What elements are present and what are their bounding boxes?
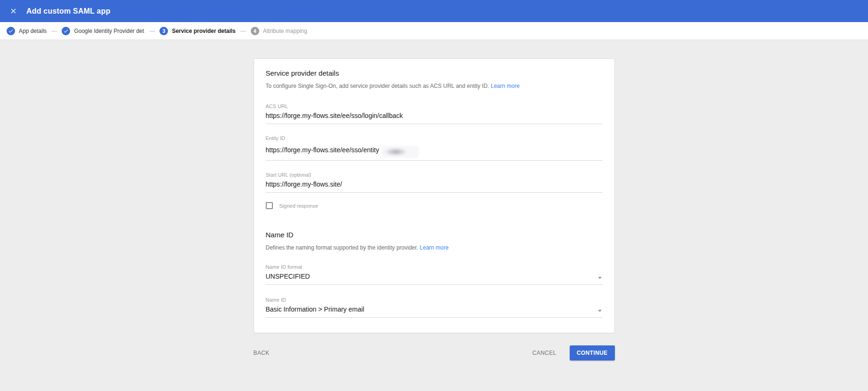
step-4-circle: 4 xyxy=(251,27,259,35)
signed-response-checkbox[interactable] xyxy=(266,202,273,209)
acs-url-value: https://forge.my-flows.site/ee/sso/login… xyxy=(266,112,403,119)
name-id-section-description: Defines the naming format supported by t… xyxy=(266,244,603,251)
step-google-idp-details[interactable]: Google Identity Provider details xyxy=(62,27,144,35)
step-3-label: Service provider details xyxy=(172,28,235,34)
name-id-select[interactable]: Basic Information > Primary email xyxy=(266,305,603,318)
cancel-button[interactable]: CANCEL xyxy=(533,346,557,360)
name-id-description-text: Defines the naming format supported by t… xyxy=(266,244,418,251)
name-id-label: Name ID xyxy=(266,297,603,303)
acs-url-label: ACS URL xyxy=(266,103,603,109)
footer-right-actions: CANCEL CONTINUE xyxy=(533,345,615,360)
start-url-label: Start URL (optional) xyxy=(266,172,603,178)
step-attribute-mapping[interactable]: 4 Attribute mapping xyxy=(251,27,307,35)
step-separator: — xyxy=(240,28,246,34)
name-id-format-value: UNSPECIFIED xyxy=(266,273,310,280)
continue-button[interactable]: CONTINUE xyxy=(570,345,615,360)
name-id-value: Basic Information > Primary email xyxy=(266,305,365,313)
step-2-label: Google Identity Provider details xyxy=(74,28,144,34)
signed-response-row: Signed response xyxy=(266,202,603,209)
name-id-section-title: Name ID xyxy=(266,231,603,239)
close-icon xyxy=(9,7,17,15)
service-provider-details-card: Service provider details To configure Si… xyxy=(254,58,615,333)
entity-id-label: Entity ID xyxy=(266,135,603,141)
close-button[interactable] xyxy=(8,6,19,17)
check-icon xyxy=(63,28,69,34)
step-3-circle: 3 xyxy=(159,27,168,35)
card-description-text: To configure Single Sign-On, add service… xyxy=(266,83,489,89)
name-id-learn-more-link[interactable]: Learn more xyxy=(420,244,448,251)
arrow-drop-down-icon xyxy=(598,277,602,279)
step-service-provider-details[interactable]: 3 Service provider details xyxy=(159,27,235,35)
learn-more-link[interactable]: Learn more xyxy=(491,83,519,89)
card-description: To configure Single Sign-On, add service… xyxy=(266,83,603,89)
name-id-format-label: Name ID format xyxy=(266,264,603,270)
card-title: Service provider details xyxy=(266,69,603,77)
entity-id-value: https://forge.my-flows.site/ee/sso/entit… xyxy=(266,146,379,154)
step-app-details[interactable]: App details xyxy=(7,27,47,35)
back-button[interactable]: BACK xyxy=(254,346,270,360)
name-id-format-select[interactable]: UNSPECIFIED xyxy=(266,273,603,285)
step-4-label: Attribute mapping xyxy=(263,28,307,34)
stepper: App details — Google Identity Provider d… xyxy=(0,22,868,40)
name-id-format-field: Name ID format UNSPECIFIED xyxy=(266,264,603,285)
name-id-section: Name ID Defines the naming format suppor… xyxy=(266,231,603,318)
dialog-footer: BACK CANCEL CONTINUE xyxy=(254,345,615,360)
check-icon xyxy=(8,28,14,34)
dialog-header: Add custom SAML app xyxy=(0,0,868,22)
signed-response-label: Signed response xyxy=(279,203,319,209)
acs-url-field: ACS URL https://forge.my-flows.site/ee/s… xyxy=(266,103,603,124)
step-separator: — xyxy=(149,28,155,34)
entity-id-redaction-blur xyxy=(382,146,419,158)
step-2-circle xyxy=(62,27,70,35)
name-id-field: Name ID Basic Information > Primary emai… xyxy=(266,297,603,318)
step-1-label: App details xyxy=(19,28,47,34)
start-url-field: Start URL (optional) https://forge.my-fl… xyxy=(266,172,603,193)
entity-id-input[interactable]: https://forge.my-flows.site/ee/sso/entit… xyxy=(266,144,603,161)
start-url-value: https://forge.my-flows.site/ xyxy=(266,180,342,188)
acs-url-input[interactable]: https://forge.my-flows.site/ee/sso/login… xyxy=(266,112,603,124)
arrow-drop-down-icon xyxy=(598,310,602,312)
dialog-title: Add custom SAML app xyxy=(26,7,111,16)
start-url-input[interactable]: https://forge.my-flows.site/ xyxy=(266,180,603,193)
step-separator: — xyxy=(51,28,57,34)
step-1-circle xyxy=(7,27,15,35)
entity-id-field: Entity ID https://forge.my-flows.site/ee… xyxy=(266,135,603,161)
